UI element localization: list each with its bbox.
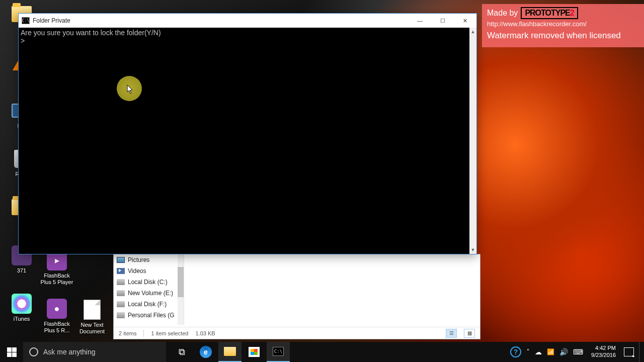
scroll-up-icon[interactable]: ▲ bbox=[469, 28, 476, 36]
task-view-button[interactable]: ⧉ bbox=[170, 342, 193, 362]
videos-icon bbox=[117, 268, 125, 274]
cmd-title-bar[interactable]: C:\ Folder Private — ☐ ✕ bbox=[19, 14, 476, 28]
close-button[interactable]: ✕ bbox=[454, 14, 476, 28]
cmd-prompt: > bbox=[21, 37, 467, 45]
status-item-count: 2 items bbox=[119, 330, 136, 336]
taskbar-edge[interactable] bbox=[194, 342, 217, 362]
windows-logo-icon bbox=[7, 347, 17, 357]
disk-icon bbox=[117, 290, 125, 296]
desktop-icon-new-text-document[interactable]: New Text Document bbox=[74, 300, 110, 339]
desktop-icon-itunes[interactable]: iTunes bbox=[4, 294, 39, 333]
action-center-icon[interactable] bbox=[624, 347, 634, 356]
nav-local-disk-f[interactable]: Local Disk (F:) bbox=[114, 299, 184, 310]
nav-pictures[interactable]: Pictures bbox=[114, 254, 184, 265]
taskbar-store[interactable] bbox=[243, 342, 266, 362]
disk-icon bbox=[117, 312, 125, 318]
taskbar-cmd[interactable]: C:\ bbox=[267, 342, 290, 362]
show-desktop-button[interactable] bbox=[639, 342, 642, 362]
start-button[interactable] bbox=[0, 342, 23, 362]
edge-icon bbox=[200, 346, 212, 358]
clock-date: 9/23/2016 bbox=[591, 352, 616, 359]
tray-chevron-up-icon[interactable]: ˄ bbox=[526, 348, 530, 356]
cursor-highlight bbox=[117, 76, 142, 101]
explorer-status-bar: 2 items 1 item selected 1.03 KB ☰ ▦ bbox=[114, 327, 480, 339]
taskbar: Ask me anything ⧉ C:\ ? ˄ ☁ 📶 🔊 ⌨ 4:42 P… bbox=[0, 342, 644, 362]
clock-time: 4:42 PM bbox=[591, 345, 616, 352]
cmd-icon: C:\ bbox=[22, 17, 30, 24]
view-details-button[interactable]: ☰ bbox=[446, 329, 457, 338]
watermark-url: http://www.flashbackrecorder.com/ bbox=[487, 20, 639, 28]
nav-videos[interactable]: Videos bbox=[114, 265, 184, 277]
search-placeholder: Ask me anything bbox=[43, 348, 96, 356]
command-prompt-window: C:\ Folder Private — ☐ ✕ Are you sure yo… bbox=[18, 13, 477, 254]
taskbar-clock[interactable]: 4:42 PM 9/23/2016 bbox=[588, 345, 619, 359]
cmd-terminal[interactable]: Are you sure you want to lock the folder… bbox=[19, 28, 469, 254]
help-icon[interactable]: ? bbox=[510, 346, 521, 357]
folder-icon bbox=[224, 347, 236, 356]
cortana-icon bbox=[29, 347, 38, 356]
explorer-content[interactable] bbox=[184, 254, 480, 325]
cmd-output-line: Are you sure you want to lock the folder… bbox=[21, 29, 467, 37]
cmd-taskbar-icon: C:\ bbox=[273, 347, 284, 356]
scroll-down-icon[interactable]: ▼ bbox=[469, 246, 476, 254]
minimize-button[interactable]: — bbox=[409, 14, 431, 28]
explorer-window: Pictures Videos Local Disk (C:) New Volu… bbox=[113, 254, 480, 339]
status-size: 1.03 KB bbox=[195, 330, 215, 336]
task-view-icon: ⧉ bbox=[179, 347, 185, 357]
maximize-button[interactable]: ☐ bbox=[431, 14, 454, 28]
cmd-scrollbar[interactable]: ▲ ▼ bbox=[469, 28, 476, 254]
cursor-icon bbox=[127, 84, 134, 95]
explorer-nav-pane: Pictures Videos Local Disk (C:) New Volu… bbox=[114, 254, 184, 325]
tray-onedrive-icon[interactable]: ☁ bbox=[535, 348, 542, 356]
cmd-title-text: Folder Private bbox=[33, 17, 70, 24]
nav-scrollbar[interactable] bbox=[178, 254, 184, 325]
system-tray: ? ˄ ☁ 📶 🔊 ⌨ 4:42 PM 9/23/2016 bbox=[510, 342, 644, 362]
tray-keyboard-icon[interactable]: ⌨ bbox=[573, 348, 583, 356]
cortana-search[interactable]: Ask me anything bbox=[23, 342, 166, 362]
tray-volume-icon[interactable]: 🔊 bbox=[559, 348, 568, 356]
taskbar-file-explorer[interactable] bbox=[218, 342, 242, 362]
nav-personal-files-g[interactable]: Personal Files (G bbox=[114, 310, 184, 321]
pictures-icon bbox=[117, 257, 125, 263]
view-large-icons-button[interactable]: ▦ bbox=[464, 329, 475, 338]
flashback-watermark: Made by PROTOTYPE2 http://www.flashbackr… bbox=[482, 4, 644, 47]
status-selected: 1 item selected bbox=[151, 330, 188, 336]
watermark-logo: PROTOTYPE2 bbox=[521, 7, 578, 19]
tray-wifi-icon[interactable]: 📶 bbox=[547, 348, 554, 355]
watermark-made-by: Made by bbox=[487, 9, 518, 18]
desktop-icon-flashback-player[interactable]: ▸FlashBack Plus 5 Player bbox=[39, 250, 74, 290]
disk-icon bbox=[117, 279, 125, 285]
nav-local-disk-c[interactable]: Local Disk (C:) bbox=[114, 277, 184, 288]
desktop-icon-flashback-recorder[interactable]: ●FlashBack Plus 5 R... bbox=[39, 299, 74, 338]
disk-icon bbox=[117, 301, 125, 307]
nav-new-volume-e[interactable]: New Volume (E:) bbox=[114, 288, 184, 299]
store-icon bbox=[249, 347, 260, 357]
watermark-message: Watermark removed when licensed bbox=[487, 31, 639, 41]
